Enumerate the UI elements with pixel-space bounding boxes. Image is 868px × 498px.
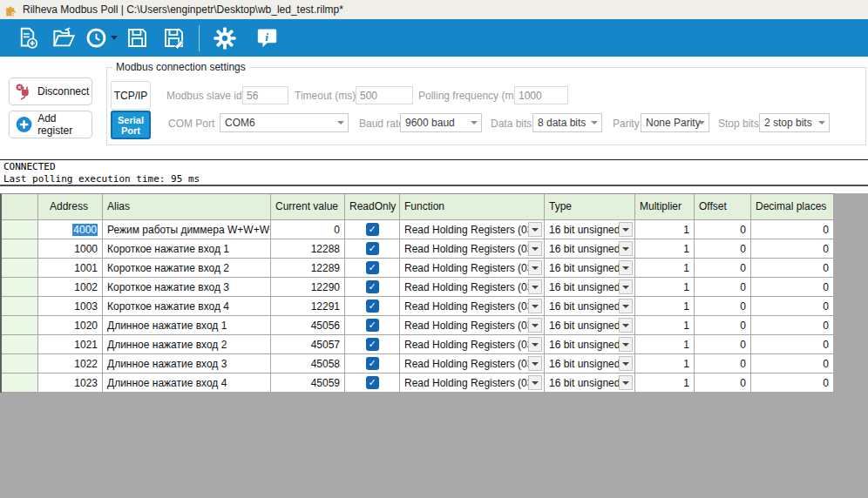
address-cell[interactable]: 1003	[38, 297, 103, 316]
multiplier-cell[interactable]: 1	[635, 354, 695, 374]
timeout-input[interactable]: 500	[356, 86, 413, 104]
multiplier-cell[interactable]: 1	[635, 297, 695, 316]
alias-cell[interactable]: Короткое нажатие вход 3	[103, 278, 271, 297]
parity-select[interactable]: None Parity	[641, 113, 709, 132]
row-selector-cell[interactable]	[2, 220, 38, 239]
type-select[interactable]: 16 bit unsigned	[545, 259, 635, 278]
alias-cell[interactable]: Короткое нажатие вход 1	[103, 239, 271, 259]
readonly-checkbox[interactable]: ✓	[366, 299, 379, 313]
readonly-checkbox[interactable]: ✓	[366, 338, 379, 351]
current-value-cell[interactable]: 45058	[271, 354, 345, 374]
dropdown-arrow-icon[interactable]	[528, 279, 542, 294]
function-select[interactable]: Read Holding Registers (03)	[400, 335, 545, 354]
row-selector-cell[interactable]	[2, 278, 38, 297]
address-cell[interactable]: 1021	[38, 335, 103, 354]
offset-cell[interactable]: 0	[695, 239, 751, 259]
function-select[interactable]: Read Holding Registers (03)	[400, 374, 545, 393]
offset-cell[interactable]: 0	[695, 354, 751, 374]
tab-tcp-ip[interactable]: TCP/IP	[111, 81, 151, 110]
header-multiplier[interactable]: Multiplier	[635, 194, 695, 220]
type-select[interactable]: 16 bit unsigned	[545, 220, 635, 239]
address-cell[interactable]: 1022	[38, 354, 103, 374]
address-cell[interactable]: 1002	[38, 278, 103, 297]
dropdown-arrow-icon[interactable]	[619, 337, 633, 352]
offset-cell[interactable]: 0	[695, 259, 751, 278]
address-cell[interactable]: 1023	[38, 374, 103, 393]
multiplier-cell[interactable]: 1	[635, 374, 695, 393]
alias-cell[interactable]: Длинное нажатие вход 4	[103, 374, 271, 393]
row-selector-cell[interactable]	[2, 239, 38, 259]
current-value-cell[interactable]: 12288	[271, 239, 345, 259]
polling-frequency-input[interactable]: 1000	[514, 86, 568, 104]
current-value-cell[interactable]: 45056	[271, 316, 345, 335]
history-dropdown-caret-icon[interactable]	[111, 36, 118, 40]
multiplier-cell[interactable]: 1	[635, 259, 695, 278]
multiplier-cell[interactable]: 1	[635, 278, 695, 297]
header-offset[interactable]: Offset	[695, 194, 751, 220]
history-button[interactable]	[82, 23, 119, 54]
dropdown-arrow-icon[interactable]	[619, 375, 633, 390]
row-selector-cell[interactable]	[2, 316, 38, 335]
decimal-places-cell[interactable]: 0	[751, 374, 834, 393]
header-decimal-places[interactable]: Decimal places	[751, 194, 834, 220]
com-port-select[interactable]: COM6	[220, 113, 349, 132]
dropdown-arrow-icon[interactable]	[528, 222, 542, 237]
readonly-checkbox[interactable]: ✓	[366, 223, 379, 236]
readonly-checkbox[interactable]: ✓	[366, 357, 379, 370]
offset-cell[interactable]: 0	[695, 297, 751, 316]
offset-cell[interactable]: 0	[695, 278, 751, 297]
function-select[interactable]: Read Holding Registers (03)	[400, 316, 545, 335]
decimal-places-cell[interactable]: 0	[751, 297, 834, 316]
alias-cell[interactable]: Длинное нажатие вход 2	[103, 335, 271, 354]
info-button[interactable]: i	[248, 23, 285, 54]
decimal-places-cell[interactable]: 0	[751, 335, 834, 354]
baud-rate-select[interactable]: 9600 baud	[400, 113, 482, 132]
type-select[interactable]: 16 bit unsigned	[545, 374, 635, 393]
dropdown-arrow-icon[interactable]	[528, 260, 542, 275]
current-value-cell[interactable]: 12290	[271, 278, 345, 297]
dropdown-arrow-icon[interactable]	[528, 299, 542, 313]
header-type[interactable]: Type	[545, 194, 635, 220]
data-bits-select[interactable]: 8 data bits	[532, 113, 602, 132]
save-as-button[interactable]	[155, 23, 192, 54]
address-cell[interactable]: 4000	[38, 220, 103, 239]
dropdown-arrow-icon[interactable]	[528, 241, 542, 256]
function-select[interactable]: Read Holding Registers (03)	[400, 297, 545, 316]
offset-cell[interactable]: 0	[695, 335, 751, 354]
readonly-checkbox[interactable]: ✓	[366, 376, 379, 389]
row-selector-cell[interactable]	[2, 259, 38, 278]
dropdown-arrow-icon[interactable]	[619, 241, 633, 256]
decimal-places-cell[interactable]: 0	[751, 354, 834, 374]
dropdown-arrow-icon[interactable]	[619, 356, 633, 371]
dropdown-arrow-icon[interactable]	[528, 356, 542, 371]
row-selector-cell[interactable]	[2, 374, 38, 393]
readonly-checkbox[interactable]: ✓	[366, 319, 379, 332]
type-select[interactable]: 16 bit unsigned	[545, 297, 635, 316]
function-select[interactable]: Read Holding Registers (03)	[400, 259, 545, 278]
readonly-checkbox[interactable]: ✓	[366, 242, 379, 255]
row-selector-cell[interactable]	[2, 354, 38, 374]
dropdown-arrow-icon[interactable]	[619, 279, 633, 294]
header-function[interactable]: Function	[400, 194, 545, 220]
header-alias[interactable]: Alias	[103, 194, 271, 220]
type-select[interactable]: 16 bit unsigned	[545, 239, 635, 259]
address-cell[interactable]: 1020	[38, 316, 103, 335]
function-select[interactable]: Read Holding Registers (03)	[400, 220, 545, 239]
header-current-value[interactable]: Current value	[271, 194, 345, 220]
dropdown-arrow-icon[interactable]	[619, 222, 633, 237]
multiplier-cell[interactable]: 1	[635, 335, 695, 354]
current-value-cell[interactable]: 0	[271, 220, 345, 239]
add-register-button[interactable]: Add register	[9, 111, 92, 138]
address-cell[interactable]: 1001	[38, 259, 103, 278]
readonly-checkbox[interactable]: ✓	[366, 261, 379, 274]
decimal-places-cell[interactable]: 0	[751, 239, 834, 259]
header-address[interactable]: Address	[38, 194, 103, 220]
open-file-button[interactable]	[45, 23, 82, 54]
dropdown-arrow-icon[interactable]	[619, 318, 633, 333]
function-select[interactable]: Read Holding Registers (03)	[400, 278, 545, 297]
decimal-places-cell[interactable]: 0	[751, 278, 834, 297]
stop-bits-select[interactable]: 2 stop bits	[759, 113, 830, 132]
function-select[interactable]: Read Holding Registers (03)	[400, 239, 545, 259]
alias-cell[interactable]: Длинное нажатие вход 1	[103, 316, 271, 335]
header-row-selector[interactable]	[2, 194, 38, 220]
